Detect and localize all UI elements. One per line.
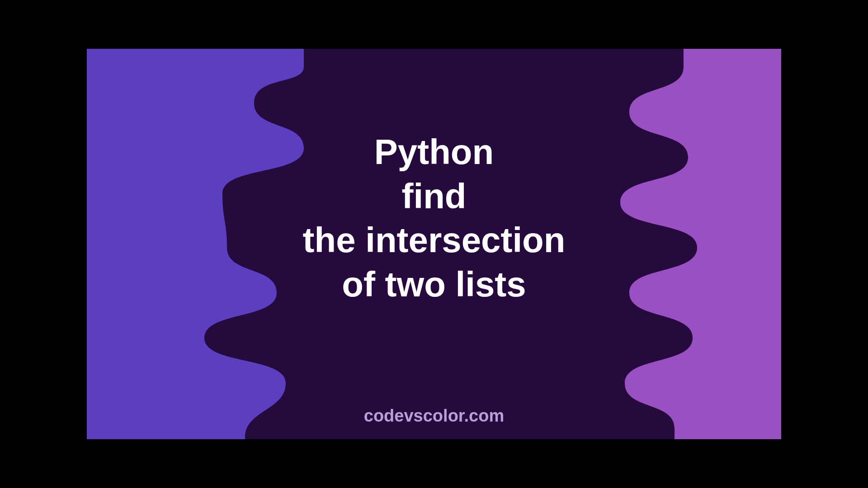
watermark-text: codevscolor.com [364,406,504,426]
title-line-2: find [303,174,566,219]
main-title: Python find the intersection of two list… [303,130,566,306]
title-line-1: Python [303,130,566,174]
graphic-canvas: Python find the intersection of two list… [87,49,781,439]
title-line-3: the intersection [303,218,566,263]
title-line-4: of two lists [303,263,566,307]
